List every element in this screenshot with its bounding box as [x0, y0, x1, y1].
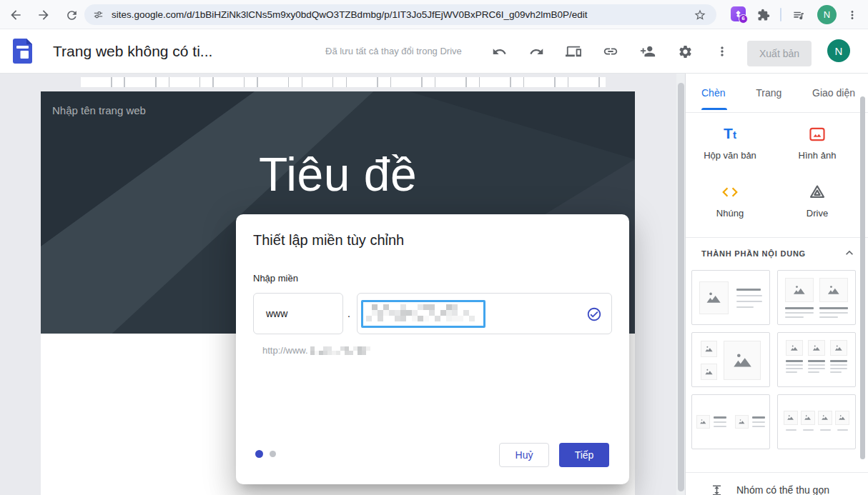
- redacted-domain-selection: [361, 300, 485, 328]
- divider: [686, 112, 868, 113]
- puzzle-icon: [757, 9, 770, 21]
- tab-themes[interactable]: Giao diện: [812, 87, 855, 99]
- dialog-title: Thiết lập miền tùy chỉnh: [253, 232, 404, 249]
- url-bar[interactable]: sites.google.com/d/1bBiHZiNk3lCNs5m9xy0b…: [84, 4, 716, 25]
- next-button[interactable]: Tiếp: [559, 443, 609, 467]
- undo-button[interactable]: [490, 43, 508, 60]
- insert-embed[interactable]: Nhúng: [690, 183, 770, 219]
- collapsible-height-icon: [710, 484, 724, 495]
- domain-field-label: Nhập miền: [253, 273, 298, 284]
- image-placeholder: [735, 415, 749, 429]
- divider: [686, 472, 868, 473]
- undo-icon: [492, 44, 507, 59]
- domain-dot-separator: .: [347, 293, 350, 334]
- active-tab-indicator: [701, 108, 727, 110]
- kebab-menu-icon: [846, 9, 859, 21]
- share-button[interactable]: [639, 43, 656, 60]
- layout-card-two-pairs[interactable]: [691, 394, 770, 449]
- devices-preview-icon: [566, 44, 581, 59]
- image-placeholder: [701, 341, 717, 357]
- image-placeholder: [835, 411, 849, 425]
- browser-forward-button[interactable]: [35, 6, 52, 24]
- account-avatar[interactable]: N: [827, 39, 850, 62]
- back-arrow-icon: [9, 8, 23, 22]
- preview-button[interactable]: [565, 43, 582, 60]
- collapsible-group-item[interactable]: Nhóm có thể thu gọn: [686, 478, 868, 495]
- media-playlist-icon: [792, 9, 806, 22]
- browser-reload-button[interactable]: [63, 6, 80, 24]
- code-icon: [721, 183, 739, 201]
- settings-button[interactable]: [676, 43, 694, 60]
- page-title-placeholder[interactable]: Tiêu đề: [41, 147, 635, 201]
- image-placeholder: [830, 340, 847, 356]
- browser-menu-button[interactable]: [844, 6, 861, 24]
- layout-card-image-text[interactable]: [691, 270, 770, 325]
- check-circle-icon: [586, 306, 602, 322]
- link-icon: [603, 44, 618, 59]
- kebab-menu-icon: [715, 44, 729, 59]
- insert-sidebar: Chèn Trang Giao diện Tt Hộp văn bản Hình…: [685, 74, 868, 495]
- tab-insert[interactable]: Chèn: [701, 87, 725, 99]
- step-indicator: [255, 450, 276, 458]
- drive-icon: [808, 183, 827, 201]
- column-ruler: [81, 77, 606, 87]
- chevron-up-icon[interactable]: [842, 246, 857, 260]
- layout-card-three-columns[interactable]: [777, 332, 856, 387]
- gear-icon: [678, 44, 693, 59]
- layout-card-gallery[interactable]: [691, 332, 770, 387]
- image-placeholder: [699, 281, 729, 314]
- main-scrollbar[interactable]: [678, 83, 684, 491]
- insert-drive[interactable]: Drive: [777, 183, 857, 219]
- tab-pages[interactable]: Trang: [756, 87, 781, 99]
- divider: [686, 237, 868, 238]
- redo-button[interactable]: [528, 43, 545, 60]
- step-dot-active: [255, 450, 263, 458]
- insert-item-label: Hình ảnh: [799, 150, 837, 161]
- browser-profile-avatar[interactable]: N: [817, 5, 837, 24]
- insert-text-box[interactable]: Tt Hộp văn bản: [690, 125, 770, 161]
- custom-domain-dialog: Thiết lập miền tùy chỉnh Nhập miền www .…: [236, 214, 629, 484]
- image-icon: [808, 125, 827, 144]
- bookmark-star-icon[interactable]: [694, 9, 706, 21]
- layout-card-two-images[interactable]: [777, 270, 856, 325]
- image-placeholder: [701, 364, 717, 380]
- image-placeholder: [785, 278, 814, 302]
- more-options-button[interactable]: [714, 43, 731, 60]
- media-controls-button[interactable]: [790, 6, 807, 24]
- text-box-icon: Tt: [724, 125, 736, 144]
- site-info-icon[interactable]: [92, 9, 104, 21]
- redo-icon: [529, 44, 544, 59]
- publish-button[interactable]: Xuất bản: [747, 41, 812, 66]
- reload-icon: [65, 9, 79, 22]
- insert-image[interactable]: Hình ảnh: [777, 125, 857, 161]
- site-name-placeholder[interactable]: Nhập tên trang web: [52, 104, 146, 116]
- site-title-input[interactable]: Trang web không có ti...: [53, 29, 212, 74]
- cancel-button[interactable]: Huỷ: [499, 443, 549, 467]
- image-placeholder: [786, 340, 803, 356]
- url-preview-prefix: http://www.: [262, 345, 308, 356]
- url-text: sites.google.com/d/1bBiHZiNk3lCNs5m9xy0b…: [112, 9, 694, 20]
- subdomain-input[interactable]: www: [253, 293, 343, 334]
- image-placeholder: [724, 341, 761, 380]
- browser-back-button[interactable]: [7, 6, 24, 24]
- insert-item-label: Nhúng: [716, 208, 744, 219]
- browser-toolbar: sites.google.com/d/1bBiHZiNk3lCNs5m9xy0b…: [0, 0, 868, 29]
- copy-link-button[interactable]: [602, 43, 619, 60]
- google-sites-logo[interactable]: [13, 39, 32, 64]
- content-blocks-header[interactable]: THÀNH PHẦN NỘI DUNG: [701, 249, 806, 258]
- collapsible-group-label: Nhóm có thể thu gọn: [736, 484, 829, 495]
- save-status-text: Đã lưu tất cả thay đổi trong Drive: [325, 29, 462, 74]
- image-placeholder: [696, 415, 710, 429]
- image-placeholder: [808, 340, 825, 356]
- image-placeholder: [818, 411, 832, 425]
- person-add-icon: [640, 44, 656, 59]
- layout-card-four-images[interactable]: [777, 394, 856, 449]
- redaction-mosaic: [366, 304, 483, 321]
- domain-input[interactable]: [357, 293, 612, 334]
- sites-app-header: Trang web không có ti... Đã lưu tất cả t…: [0, 29, 868, 74]
- url-preview: http://www.: [262, 345, 370, 356]
- image-placeholder: [801, 411, 815, 425]
- image-placeholder: [784, 411, 798, 425]
- browser-extensions-button[interactable]: [755, 6, 772, 24]
- sidebar-scrollbar[interactable]: [860, 96, 865, 459]
